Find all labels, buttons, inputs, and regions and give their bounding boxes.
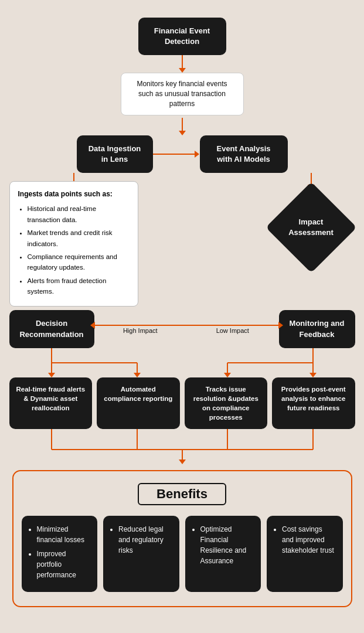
high-impact-label: High Impact — [123, 327, 158, 334]
benefit-box-3: Optimized Financial Resilience and Assur… — [185, 516, 261, 592]
action-box-4: Provides post-event analysis to enhance … — [272, 377, 355, 429]
arrow-line-2 — [182, 118, 183, 131]
to-benefits-svg — [9, 429, 355, 464]
benefits-container: Benefits Minimized financial losses Impr… — [12, 470, 352, 607]
data-ingestion-box: Data Ingestionin Lens — [77, 135, 153, 173]
decision-label: DecisionRecommendation — [19, 319, 83, 338]
action-box-3: Tracks issue resolution &updates on comp… — [185, 377, 268, 429]
ingest-item-2: Market trends and credit risk indicators… — [28, 227, 130, 249]
arrow-horiz-1 — [153, 154, 195, 155]
svg-marker-10 — [309, 373, 317, 377]
ingest-item-1: Historical and real-time transaction dat… — [28, 203, 130, 225]
svg-marker-12 — [224, 373, 231, 377]
diamond-text: ImpactAssessment — [288, 217, 334, 238]
svg-marker-4 — [48, 373, 55, 377]
branch-arrows-svg — [9, 348, 355, 377]
financial-event-detection-label: Financial Event Detection — [154, 26, 210, 46]
benefit-1-item-2: Improved portfolio performance — [37, 549, 91, 580]
arrow-tip-1 — [179, 68, 186, 73]
benefit-4-item-1: Cost savings and improved stakeholder tr… — [282, 524, 336, 556]
decision-recommendation-box: DecisionRecommendation — [9, 310, 94, 348]
financial-event-detection-box: Financial Event Detection — [138, 18, 226, 55]
event-analysis-label: Event Analysiswith AI Models — [216, 144, 270, 164]
ingest-item-3: Compliance requirements and regulatory u… — [28, 251, 130, 273]
low-impact-label: Low Impact — [216, 327, 249, 334]
benefits-grid: Minimized financial losses Improved port… — [22, 516, 343, 592]
event-analysis-box: Event Analysiswith AI Models — [200, 135, 288, 173]
arrow-line-1 — [182, 55, 183, 68]
benefit-1-item-1: Minimized financial losses — [37, 524, 91, 545]
monitors-desc-box: Monitors key financial events such as un… — [121, 73, 244, 115]
impact-assessment-diamond: ImpactAssessment — [273, 189, 349, 266]
benefits-title: Benefits — [22, 483, 343, 505]
high-impact-arrow — [90, 322, 95, 329]
svg-marker-6 — [134, 373, 141, 377]
action-box-2: Automated compliance reporting — [97, 377, 180, 429]
benefit-2-item-1: Reduced legal and regulatory risks — [118, 524, 172, 556]
monitors-desc-text: Monitors key financial events such as un… — [137, 80, 227, 108]
arrow-tip-2 — [179, 131, 186, 135]
monitoring-label: Monitoring andFeedback — [290, 319, 345, 338]
monitoring-feedback-box: Monitoring andFeedback — [279, 310, 355, 348]
action-box-1: Real-time fraud alerts & Dynamic asset r… — [9, 377, 93, 429]
low-impact-arrow — [278, 322, 283, 329]
action-boxes-row: Real-time fraud alerts & Dynamic asset r… — [9, 377, 355, 429]
ingest-item-4: Alerts from fraud detection systems. — [28, 275, 130, 297]
ingest-data-box: Ingests data points such as: Historical … — [9, 181, 138, 307]
benefits-label: Benefits — [138, 483, 226, 505]
ingest-title: Ingests data points such as: — [18, 189, 130, 200]
svg-marker-19 — [179, 460, 186, 464]
arrow-line-from-ingestion — [73, 173, 74, 181]
benefit-box-2: Reduced legal and regulatory risks — [103, 516, 179, 592]
decision-monitoring-row: DecisionRecommendation High Impact Low I… — [9, 310, 355, 348]
benefit-box-1: Minimized financial losses Improved port… — [22, 516, 98, 592]
data-ingestion-label: Data Ingestionin Lens — [89, 144, 141, 164]
benefit-box-4: Cost savings and improved stakeholder tr… — [267, 516, 343, 592]
benefit-3-item-1: Optimized Financial Resilience and Assur… — [200, 524, 254, 566]
